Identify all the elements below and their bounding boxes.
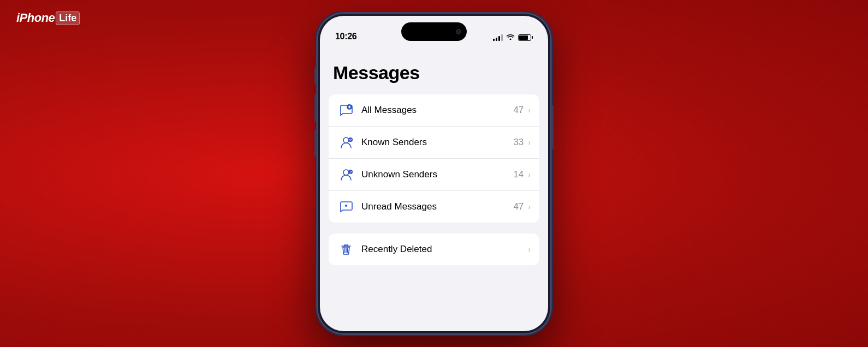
unread-messages-item[interactable]: Unread Messages 47 › xyxy=(329,190,539,223)
recently-deleted-chevron: › xyxy=(528,245,531,254)
status-time: 10:26 xyxy=(335,32,356,41)
all-messages-label: All Messages xyxy=(361,105,513,116)
screen-content: Messages All Messages 47 › xyxy=(320,46,548,331)
recently-deleted-label: Recently Deleted xyxy=(361,244,528,255)
svg-point-2 xyxy=(348,137,353,142)
svg-point-3 xyxy=(343,170,349,175)
mute-button xyxy=(314,67,317,85)
battery-body xyxy=(518,34,531,41)
brand-iphone: iPhone xyxy=(16,11,55,25)
volume-down-button xyxy=(314,130,317,157)
wifi-icon xyxy=(506,33,515,41)
brand-logo: iPhoneLife xyxy=(16,11,80,25)
known-senders-count: 33 xyxy=(513,137,524,148)
volume-up-button xyxy=(314,94,317,122)
battery-icon xyxy=(518,34,533,41)
recently-deleted-item[interactable]: Recently Deleted › xyxy=(329,234,539,265)
all-messages-count: 47 xyxy=(513,105,524,116)
brand-life: Life xyxy=(56,11,80,25)
trash-icon xyxy=(337,241,355,258)
svg-point-1 xyxy=(343,137,349,143)
all-messages-chevron: › xyxy=(528,106,531,115)
unknown-senders-label: Unknown Senders xyxy=(361,169,513,180)
signal-bar-3 xyxy=(498,36,500,41)
unknown-senders-icon: ? xyxy=(337,166,355,183)
signal-bar-1 xyxy=(493,39,495,41)
signal-bar-2 xyxy=(496,38,497,41)
dynamic-island xyxy=(401,22,467,41)
svg-point-6 xyxy=(345,205,347,207)
camera xyxy=(456,29,461,34)
unknown-senders-chevron: › xyxy=(528,170,531,179)
all-messages-item[interactable]: All Messages 47 › xyxy=(329,94,539,126)
signal-bar-4 xyxy=(501,34,503,41)
known-senders-item[interactable]: Known Senders 33 › xyxy=(329,126,539,158)
unread-messages-count: 47 xyxy=(513,201,524,212)
unknown-senders-item[interactable]: ? Unknown Senders 14 › xyxy=(329,158,539,190)
svg-text:?: ? xyxy=(349,170,352,174)
battery-fill xyxy=(519,35,528,40)
all-messages-icon xyxy=(337,101,355,119)
known-senders-icon xyxy=(337,134,355,151)
known-senders-chevron: › xyxy=(528,138,531,147)
power-button xyxy=(551,105,554,149)
recently-deleted-list: Recently Deleted › xyxy=(329,234,539,265)
battery-tip xyxy=(532,36,533,39)
iphone-screen: 10:26 xyxy=(320,16,548,331)
status-icons xyxy=(493,33,533,41)
iphone-frame: 10:26 xyxy=(317,13,551,334)
unread-messages-chevron: › xyxy=(528,202,531,211)
signal-icon xyxy=(493,34,503,41)
unknown-senders-count: 14 xyxy=(513,169,524,180)
unread-messages-label: Unread Messages xyxy=(361,201,513,212)
unread-messages-icon xyxy=(337,198,355,216)
known-senders-label: Known Senders xyxy=(361,137,513,148)
filter-list: All Messages 47 › Known Senders xyxy=(329,94,539,223)
page-title: Messages xyxy=(320,57,548,94)
